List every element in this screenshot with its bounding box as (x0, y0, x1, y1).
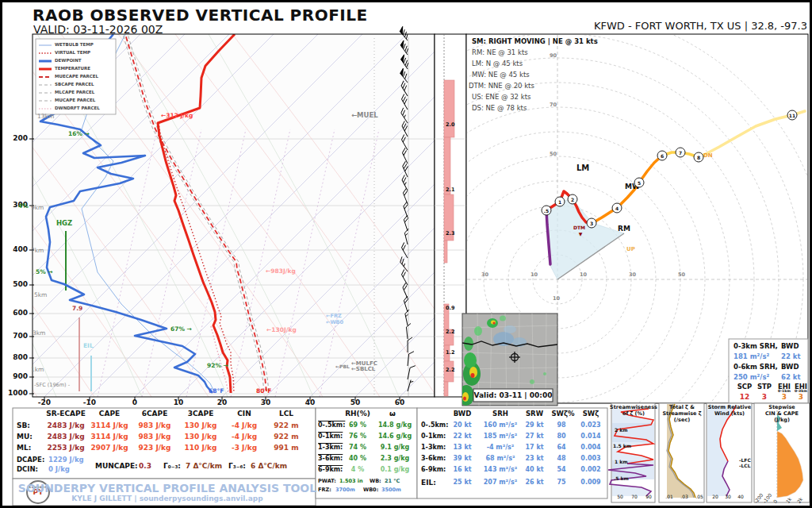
bwd6-label: BWD (781, 364, 799, 371)
rh-row0-label: 0-.5km: (318, 422, 345, 429)
mu-3cape: 130 J/kg (185, 433, 217, 441)
kin-eil-swzpct: 75 (557, 479, 565, 486)
footer-credit: KYLE J GILLETT | sounderpysoundings.anvi… (71, 495, 262, 502)
rh-row2-rh: 74 % (349, 444, 366, 451)
ann-rh92: 92% → (207, 363, 228, 369)
rh-row3-rh: 40 % (349, 456, 366, 462)
p4-title-1: Stepwise (768, 405, 795, 410)
label-dtm: DTM (573, 225, 585, 230)
ring-10l: 10 (530, 272, 538, 278)
ring-50r: 50 (678, 272, 685, 278)
p2-tick-03: .03 (680, 495, 688, 499)
kin-row2-swz: 0.004 (580, 444, 600, 451)
marker-4km: 4 (612, 203, 622, 214)
ann-rh5: 5% → (36, 269, 53, 275)
ml-cape: 2907 J/kg (90, 444, 128, 452)
ttick-30: 30 (261, 399, 271, 406)
srh6-label: 0-6km SRH, (733, 364, 778, 371)
ann-el-cape: ←312 J/kg (161, 113, 193, 119)
kin-row0-swz: 0.023 (580, 422, 600, 429)
bar-label-4: 2.2 (446, 329, 455, 335)
marker-5km: 5 (634, 178, 645, 188)
ann-sfc-dewpoint: 68°F (209, 388, 224, 394)
mu-srecape: 2483 J/kg (47, 433, 84, 441)
ring-90: 90 (550, 53, 557, 59)
p3-tick-20: 20 (712, 495, 718, 499)
sb-6cape: 983 J/kg (139, 422, 171, 429)
kin-eil-bwd: 25 kt (453, 479, 471, 486)
ann-rh16: 16% → (68, 131, 90, 137)
kin-row2-label: 1-3km: (421, 444, 446, 451)
hlabel-3km: 3km (33, 330, 45, 337)
layer-bars-panel (435, 34, 466, 397)
kin-row2-srw: 17 kt (525, 444, 543, 451)
dcin-value: 0 J/kg (48, 466, 70, 473)
p1-ylabel-05km: .5 km (614, 476, 629, 481)
sb-srecape: 2483 J/kg (47, 422, 84, 429)
lm-line: LM: N @ 45 kts (472, 60, 523, 67)
p4-title-3: (J/kg) (774, 418, 790, 423)
col-sr-ecape: SR-ECAPE (46, 410, 86, 418)
ttick-m20: -20 (38, 399, 51, 406)
rh-row4-rh: 4 % (351, 467, 364, 473)
ann-pbl: ←PBL (335, 364, 350, 369)
kin-row3-swzpct: 48 (557, 456, 565, 462)
ann-wb0: ←WB0 (326, 320, 343, 325)
ann-130jkg: ←130J/kg (266, 327, 297, 333)
kin-row4-bwd: 16 kt (453, 467, 471, 473)
pwat-label: PWAT: (318, 479, 336, 484)
row-sb-label: SB: (17, 422, 30, 429)
ann-muel: ←MUEL (351, 112, 378, 119)
ttick-20: 20 (217, 399, 228, 406)
ttick-0: 0 (132, 399, 137, 406)
col-srh: SRH (492, 410, 508, 418)
ptick-400: 400 (13, 246, 28, 253)
rh-row0-rh: 69 % (349, 422, 366, 429)
col-omega: ω (389, 410, 396, 418)
kin-row3-srh: 68 m²/s² (486, 456, 515, 462)
bar-label-5: 1.2 (446, 350, 455, 356)
kin-row3-label: 3-6km: (421, 456, 446, 462)
ann-rh67: 67% → (170, 326, 192, 333)
rh-row2-w: 9.1 g/kg (381, 444, 410, 451)
stp-value: 3 (762, 394, 767, 401)
legend-muecape: MUECAPE PARCEL (55, 75, 98, 79)
kin-eil-srw: 26 kt (525, 479, 543, 486)
bar-label-2: 2.3 (446, 231, 455, 237)
ann-lapse: 7.9 (72, 306, 82, 312)
p2-title-1: Total ζ & (669, 405, 695, 410)
col-swzpct: SWζ% (551, 410, 574, 418)
p3-tick-40: 40 (737, 495, 744, 499)
col-rh: RH(%) (345, 410, 370, 418)
wb-label: WB: (370, 479, 381, 484)
legend-temperature: TEMPERATURE (55, 67, 90, 71)
ttick-10: 10 (174, 399, 184, 406)
lr36-label: Γ₃₋₆: (228, 463, 246, 470)
ptick-700: 700 (13, 333, 28, 340)
p2-title-3: (/sec) (674, 418, 690, 423)
bar-label-3: 0.9 (446, 306, 455, 311)
ring-10d: 10 (553, 296, 560, 302)
wb0-value: 3500m (381, 487, 401, 493)
mu-6cape: 983 J/kg (139, 433, 171, 441)
legend-dwndrft: DWNDRFT PARCEL (55, 106, 100, 111)
rm-line: RM: NE @ 31 kts (472, 49, 528, 56)
marker-7km: 7 (676, 148, 686, 158)
col-swz: SWζ (583, 410, 599, 418)
bwd6-value: 62 kt (781, 374, 801, 381)
kin-row2-srh: -4 m²/s² (487, 444, 515, 451)
hlabel-sfc: -SFC (196m) - (34, 383, 70, 388)
kin-row1-swz: 0.014 (580, 433, 600, 440)
ptick-200: 200 (13, 135, 28, 142)
col-bwd: BWD (454, 410, 471, 418)
legend-mucape: MUCAPE PARCEL (55, 98, 95, 103)
sb-3cape: 130 J/kg (185, 422, 217, 429)
col-cin: CIN (237, 410, 251, 418)
kin-row4-label: 6-9km: (421, 467, 446, 473)
dcape-value: 1229 J/kg (48, 456, 84, 464)
mu-cin: -4 J/kg (232, 433, 257, 441)
station-title: KFWD - FORT WORTH, TX US | 32.8, -97.3 (594, 21, 807, 31)
ml-cin: -3 J/kg (232, 444, 257, 452)
bwd3-value: 22 kt (781, 353, 801, 360)
muncape-label: MUNCAPE: (95, 463, 138, 470)
